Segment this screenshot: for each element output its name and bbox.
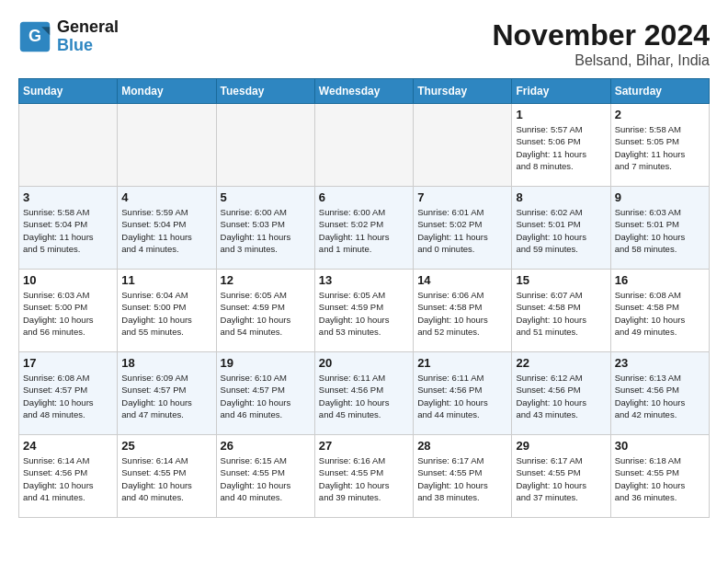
day-number: 11 — [121, 273, 211, 287]
calendar-week-row: 24Sunrise: 6:14 AM Sunset: 4:56 PM Dayli… — [19, 435, 710, 518]
day-number: 2 — [615, 108, 705, 121]
day-number: 29 — [516, 439, 606, 453]
header-saturday: Saturday — [610, 79, 709, 104]
calendar-cell: 10Sunrise: 6:03 AM Sunset: 5:00 PM Dayli… — [19, 270, 118, 352]
day-number: 14 — [417, 273, 507, 287]
calendar-cell: 15Sunrise: 6:07 AM Sunset: 4:58 PM Dayli… — [512, 270, 610, 352]
day-number: 8 — [516, 190, 606, 204]
day-number: 26 — [221, 439, 311, 453]
calendar-cell — [118, 104, 216, 187]
day-info: Sunrise: 6:05 AM Sunset: 4:59 PM Dayligh… — [319, 289, 409, 338]
svg-text:G: G — [28, 27, 41, 45]
day-number: 9 — [615, 190, 705, 204]
logo-text: General Blue — [57, 18, 119, 55]
day-info: Sunrise: 6:17 AM Sunset: 4:55 PM Dayligh… — [516, 454, 606, 503]
day-info: Sunrise: 6:13 AM Sunset: 4:56 PM Dayligh… — [615, 372, 705, 420]
calendar-cell: 9Sunrise: 6:03 AM Sunset: 5:01 PM Daylig… — [610, 187, 709, 270]
day-number: 30 — [615, 439, 705, 453]
calendar-cell: 19Sunrise: 6:10 AM Sunset: 4:57 PM Dayli… — [216, 352, 314, 435]
day-info: Sunrise: 6:14 AM Sunset: 4:55 PM Dayligh… — [121, 454, 211, 503]
day-info: Sunrise: 6:05 AM Sunset: 4:59 PM Dayligh… — [221, 289, 311, 338]
day-info: Sunrise: 6:07 AM Sunset: 4:58 PM Dayligh… — [516, 289, 606, 338]
day-info: Sunrise: 6:08 AM Sunset: 4:58 PM Dayligh… — [615, 289, 705, 338]
calendar-cell: 24Sunrise: 6:14 AM Sunset: 4:56 PM Dayli… — [19, 435, 118, 518]
day-number: 4 — [121, 190, 211, 204]
calendar-cell: 28Sunrise: 6:17 AM Sunset: 4:55 PM Dayli… — [414, 435, 512, 518]
calendar-cell: 29Sunrise: 6:17 AM Sunset: 4:55 PM Dayli… — [512, 435, 610, 518]
calendar-cell: 27Sunrise: 6:16 AM Sunset: 4:55 PM Dayli… — [314, 435, 413, 518]
day-info: Sunrise: 6:15 AM Sunset: 4:55 PM Dayligh… — [221, 454, 311, 503]
calendar-week-row: 10Sunrise: 6:03 AM Sunset: 5:00 PM Dayli… — [19, 270, 710, 352]
day-number: 25 — [121, 439, 211, 453]
day-number: 23 — [615, 356, 705, 370]
day-info: Sunrise: 6:04 AM Sunset: 5:00 PM Dayligh… — [121, 289, 211, 338]
day-info: Sunrise: 6:11 AM Sunset: 4:56 PM Dayligh… — [417, 372, 507, 420]
header-wednesday: Wednesday — [314, 79, 413, 104]
day-info: Sunrise: 6:10 AM Sunset: 4:57 PM Dayligh… — [221, 372, 311, 420]
calendar-subtitle: Belsand, Bihar, India — [492, 52, 710, 69]
day-info: Sunrise: 6:14 AM Sunset: 4:56 PM Dayligh… — [23, 454, 113, 503]
day-info: Sunrise: 6:00 AM Sunset: 5:03 PM Dayligh… — [221, 206, 311, 255]
calendar-cell: 16Sunrise: 6:08 AM Sunset: 4:58 PM Dayli… — [610, 270, 709, 352]
calendar-cell: 21Sunrise: 6:11 AM Sunset: 4:56 PM Dayli… — [414, 352, 512, 435]
header-sunday: Sunday — [19, 79, 118, 104]
day-info: Sunrise: 6:11 AM Sunset: 4:56 PM Dayligh… — [319, 372, 409, 420]
day-info: Sunrise: 5:58 AM Sunset: 5:04 PM Dayligh… — [23, 206, 113, 255]
calendar-cell: 4Sunrise: 5:59 AM Sunset: 5:04 PM Daylig… — [118, 187, 216, 270]
calendar-cell: 5Sunrise: 6:00 AM Sunset: 5:03 PM Daylig… — [216, 187, 314, 270]
calendar-cell — [414, 104, 512, 187]
day-info: Sunrise: 6:03 AM Sunset: 5:00 PM Dayligh… — [23, 289, 113, 338]
day-number: 28 — [417, 439, 507, 453]
calendar-cell: 18Sunrise: 6:09 AM Sunset: 4:57 PM Dayli… — [118, 352, 216, 435]
day-number: 24 — [23, 439, 113, 453]
calendar-cell: 13Sunrise: 6:05 AM Sunset: 4:59 PM Dayli… — [314, 270, 413, 352]
day-number: 22 — [516, 356, 606, 370]
day-number: 3 — [23, 190, 113, 204]
day-info: Sunrise: 6:03 AM Sunset: 5:01 PM Dayligh… — [615, 206, 705, 255]
calendar-cell: 20Sunrise: 6:11 AM Sunset: 4:56 PM Dayli… — [314, 352, 413, 435]
calendar-cell: 6Sunrise: 6:00 AM Sunset: 5:02 PM Daylig… — [314, 187, 413, 270]
page-header: G General Blue November 2024 Belsand, Bi… — [18, 18, 710, 69]
calendar-cell: 12Sunrise: 6:05 AM Sunset: 4:59 PM Dayli… — [216, 270, 314, 352]
day-info: Sunrise: 6:18 AM Sunset: 4:55 PM Dayligh… — [615, 454, 705, 503]
day-number: 19 — [221, 356, 311, 370]
calendar-cell: 25Sunrise: 6:14 AM Sunset: 4:55 PM Dayli… — [118, 435, 216, 518]
day-info: Sunrise: 6:01 AM Sunset: 5:02 PM Dayligh… — [417, 206, 507, 255]
logo-icon: G — [18, 20, 51, 53]
header-tuesday: Tuesday — [216, 79, 314, 104]
calendar-week-row: 1Sunrise: 5:57 AM Sunset: 5:06 PM Daylig… — [19, 104, 710, 187]
header-monday: Monday — [118, 79, 216, 104]
day-number: 6 — [319, 190, 409, 204]
calendar-week-row: 3Sunrise: 5:58 AM Sunset: 5:04 PM Daylig… — [19, 187, 710, 270]
day-info: Sunrise: 6:08 AM Sunset: 4:57 PM Dayligh… — [23, 372, 113, 420]
day-number: 20 — [319, 356, 409, 370]
day-number: 27 — [319, 439, 409, 453]
day-info: Sunrise: 6:12 AM Sunset: 4:56 PM Dayligh… — [516, 372, 606, 420]
day-number: 5 — [221, 190, 311, 204]
calendar-cell: 1Sunrise: 5:57 AM Sunset: 5:06 PM Daylig… — [512, 104, 610, 187]
calendar-cell: 30Sunrise: 6:18 AM Sunset: 4:55 PM Dayli… — [610, 435, 709, 518]
calendar-cell: 14Sunrise: 6:06 AM Sunset: 4:58 PM Dayli… — [414, 270, 512, 352]
calendar-cell: 2Sunrise: 5:58 AM Sunset: 5:05 PM Daylig… — [610, 104, 709, 187]
header-thursday: Thursday — [414, 79, 512, 104]
day-info: Sunrise: 6:16 AM Sunset: 4:55 PM Dayligh… — [319, 454, 409, 503]
title-block: November 2024 Belsand, Bihar, India — [492, 18, 710, 69]
calendar-cell: 26Sunrise: 6:15 AM Sunset: 4:55 PM Dayli… — [216, 435, 314, 518]
day-number: 18 — [121, 356, 211, 370]
day-number: 1 — [516, 108, 606, 121]
calendar-cell: 17Sunrise: 6:08 AM Sunset: 4:57 PM Dayli… — [19, 352, 118, 435]
day-info: Sunrise: 5:59 AM Sunset: 5:04 PM Dayligh… — [121, 206, 211, 255]
calendar-cell: 22Sunrise: 6:12 AM Sunset: 4:56 PM Dayli… — [512, 352, 610, 435]
calendar-cell — [19, 104, 118, 187]
calendar-week-row: 17Sunrise: 6:08 AM Sunset: 4:57 PM Dayli… — [19, 352, 710, 435]
day-info: Sunrise: 5:58 AM Sunset: 5:05 PM Dayligh… — [615, 123, 705, 172]
calendar-cell: 8Sunrise: 6:02 AM Sunset: 5:01 PM Daylig… — [512, 187, 610, 270]
day-number: 7 — [417, 190, 507, 204]
day-info: Sunrise: 6:00 AM Sunset: 5:02 PM Dayligh… — [319, 206, 409, 255]
calendar-title: November 2024 — [492, 18, 710, 52]
calendar-header-row: Sunday Monday Tuesday Wednesday Thursday… — [19, 79, 710, 104]
day-number: 15 — [516, 273, 606, 287]
day-info: Sunrise: 6:17 AM Sunset: 4:55 PM Dayligh… — [417, 454, 507, 503]
day-info: Sunrise: 6:02 AM Sunset: 5:01 PM Dayligh… — [516, 206, 606, 255]
calendar-cell — [216, 104, 314, 187]
